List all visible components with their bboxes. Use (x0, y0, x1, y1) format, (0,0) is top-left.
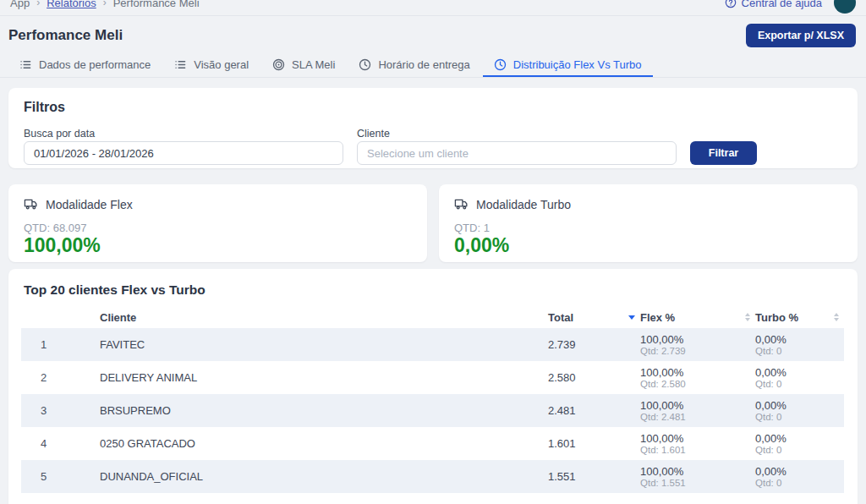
filters-card: Filtros Busca por data Cliente Filtrar (8, 88, 858, 168)
turbo-percent: 0,00% (755, 432, 844, 445)
stat-card-turbo: Modalidade Turbo QTD: 1 0,00% (439, 184, 858, 262)
export-xlsx-button[interactable]: Exportar p/ XLSX (746, 24, 856, 47)
table-row[interactable]: 3 BRSUPREMO 2.481 100,00% Qtd: 2.481 0,0… (21, 394, 844, 427)
breadcrumb-relatorios[interactable]: Relatórios (47, 0, 96, 9)
topbar: App › Relatórios › Performance Meli Cent… (0, 0, 866, 16)
target-icon (272, 58, 285, 71)
turbo-qty: Qtd: 0 (755, 379, 844, 390)
app-screen: App › Relatórios › Performance Meli Cent… (0, 0, 866, 504)
cell-flex: 100,00% Qtd: 2.481 (640, 399, 755, 423)
cell-turbo: 0,00% Qtd: 0 (755, 432, 844, 456)
cell-client: DELIVERY ANIMAL (100, 371, 548, 384)
avatar[interactable] (834, 0, 856, 14)
cell-turbo: 0,00% Qtd: 0 (755, 366, 844, 390)
flex-percent: 100,00% (640, 366, 755, 379)
client-select-input[interactable] (357, 141, 677, 165)
tab-sla-meli[interactable]: SLA Meli (261, 54, 346, 77)
col-turbo-pct[interactable]: Turbo % (755, 311, 844, 324)
cell-rank: 1 (21, 338, 100, 351)
cell-rank: 5 (21, 470, 100, 483)
table-row[interactable]: 5 DUNANDA_OFICIAL 1.551 100,00% Qtd: 1.5… (21, 460, 844, 493)
flex-percent: 100,00% (640, 465, 755, 478)
cell-flex: 100,00% Qtd: 2.739 (640, 333, 755, 357)
page-header: Perfomance Meli Exportar p/ XLSX (8, 23, 856, 48)
clock-icon (494, 58, 507, 71)
cell-flex: 100,00% Qtd: 2.580 (640, 366, 755, 390)
sort-icon[interactable] (834, 313, 839, 321)
stat-title: Modalidade Turbo (476, 198, 571, 211)
table-body: 1 FAVITEC 2.739 100,00% Qtd: 2.739 0,00%… (21, 328, 844, 493)
stat-qty: QTD: 68.097 (24, 222, 86, 234)
breadcrumb-current: Performance Meli (113, 0, 200, 9)
page-title: Perfomance Meli (8, 27, 123, 44)
flex-percent: 100,00% (640, 399, 755, 412)
turbo-percent: 0,00% (755, 333, 844, 346)
table-row[interactable]: 2 DELIVERY ANIMAL 2.580 100,00% Qtd: 2.5… (21, 361, 844, 394)
flex-qty: Qtd: 2.580 (640, 379, 755, 390)
col-flex-pct[interactable]: Flex % (640, 311, 755, 324)
turbo-percent: 0,00% (755, 399, 844, 412)
tab-dados-de-performance[interactable]: Dados de performance (8, 54, 162, 77)
truck-icon (24, 197, 38, 211)
turbo-qty: Qtd: 0 (755, 412, 844, 423)
cell-total: 2.739 (548, 338, 640, 351)
breadcrumb-separator: › (103, 0, 107, 8)
breadcrumb: App › Relatórios › Performance Meli (10, 0, 200, 9)
filter-button[interactable]: Filtrar (690, 141, 757, 165)
col-cliente: Cliente (100, 311, 548, 324)
top-clients-table-card: Top 20 clientes Flex vs Turbo Cliente To… (8, 269, 858, 504)
flex-qty: Qtd: 1.551 (640, 478, 755, 489)
flex-percent: 100,00% (640, 333, 755, 346)
cell-flex: 100,00% Qtd: 1.551 (640, 465, 755, 489)
turbo-qty: Qtd: 0 (755, 478, 844, 489)
stat-percent: 100,00% (24, 234, 101, 257)
date-range-input[interactable] (24, 141, 343, 165)
stat-percent: 0,00% (454, 234, 509, 257)
flex-percent: 100,00% (640, 432, 755, 445)
cell-total: 1.551 (548, 470, 640, 483)
cell-client: 0250 GRATACADO (100, 437, 548, 450)
tab-distribuicao-flex-vs-turbo[interactable]: Distribuição Flex Vs Turbo (483, 54, 653, 77)
table-header-row: Cliente Total Flex % Turbo % (21, 306, 844, 328)
help-center-label: Central de ajuda (742, 0, 822, 9)
cell-client: DUNANDA_OFICIAL (100, 470, 548, 483)
stat-card-flex: Modalidade Flex QTD: 68.097 100,00% (8, 184, 427, 262)
client-field-label: Cliente (357, 128, 390, 140)
cell-total: 2.481 (548, 404, 640, 417)
turbo-percent: 0,00% (755, 366, 844, 379)
table-title: Top 20 clientes Flex vs Turbo (24, 282, 206, 298)
cell-rank: 3 (21, 404, 100, 417)
list-icon (174, 58, 187, 71)
cell-flex: 100,00% Qtd: 1.601 (640, 432, 755, 456)
cell-rank: 2 (21, 371, 100, 384)
col-total[interactable]: Total (548, 311, 640, 324)
flex-qty: Qtd: 2.481 (640, 412, 755, 423)
turbo-qty: Qtd: 0 (755, 346, 844, 357)
turbo-qty: Qtd: 0 (755, 445, 844, 456)
clock-icon (359, 58, 371, 71)
cell-total: 1.601 (548, 437, 640, 450)
sort-icon[interactable] (745, 313, 750, 321)
table-row[interactable]: 4 0250 GRATACADO 1.601 100,00% Qtd: 1.60… (21, 427, 844, 460)
cell-turbo: 0,00% Qtd: 0 (755, 399, 844, 423)
cell-turbo: 0,00% Qtd: 0 (755, 465, 844, 489)
cell-client: FAVITEC (100, 338, 548, 351)
tab-visao-geral[interactable]: Visão geral (163, 54, 260, 77)
stat-title: Modalidade Flex (46, 198, 133, 211)
table-row[interactable]: 1 FAVITEC 2.739 100,00% Qtd: 2.739 0,00%… (21, 328, 844, 361)
stat-qty: QTD: 1 (454, 222, 490, 234)
top-clients-table: Cliente Total Flex % Turbo % 1 FAVITEC 2… (21, 306, 844, 493)
date-field-label: Busca por data (24, 128, 95, 140)
filters-title: Filtros (24, 100, 65, 115)
tab-bar: Dados de performance Visão geral SLA Mel… (0, 54, 866, 78)
sort-desc-icon[interactable] (628, 315, 635, 320)
cell-turbo: 0,00% Qtd: 0 (755, 333, 844, 357)
cell-rank: 4 (21, 437, 100, 450)
breadcrumb-app[interactable]: App (10, 0, 30, 9)
breadcrumb-separator: › (36, 0, 40, 8)
flex-qty: Qtd: 2.739 (640, 346, 755, 357)
help-center-link[interactable]: Central de ajuda (725, 0, 822, 9)
cell-total: 2.580 (548, 371, 640, 384)
list-icon (19, 58, 32, 71)
tab-horario-de-entrega[interactable]: Horário de entrega (348, 54, 480, 77)
